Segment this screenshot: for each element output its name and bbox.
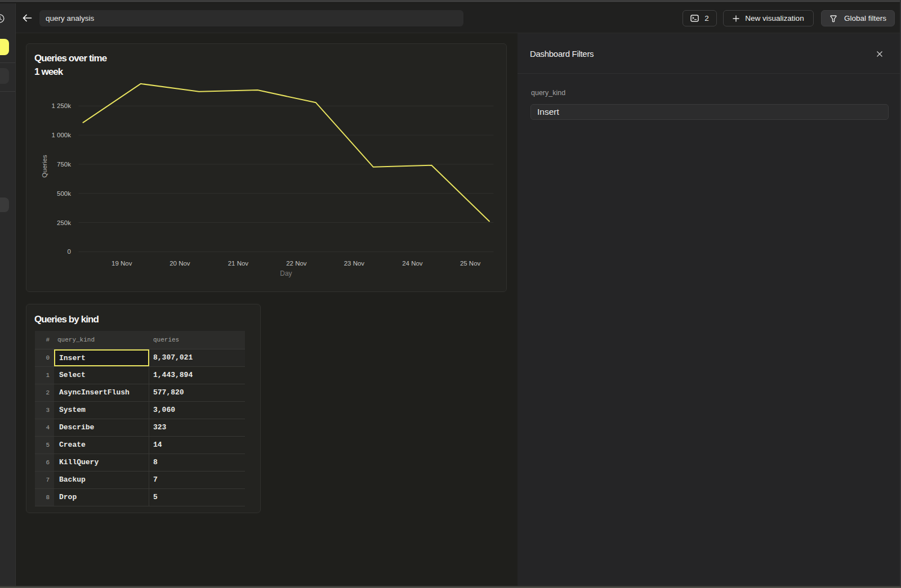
svg-text:500k: 500k [57,190,71,197]
svg-text:25 Nov: 25 Nov [460,260,481,267]
svg-text:Queries: Queries [41,155,48,178]
svg-text:21 Nov: 21 Nov [228,260,249,267]
svg-text:22 Nov: 22 Nov [286,260,307,267]
svg-text:19 Nov: 19 Nov [111,260,132,267]
svg-text:23 Nov: 23 Nov [344,260,365,267]
svg-text:750k: 750k [57,161,71,168]
svg-text:20 Nov: 20 Nov [170,260,190,267]
svg-text:24 Nov: 24 Nov [402,260,423,267]
svg-text:250k: 250k [57,219,71,226]
svg-text:1 250k: 1 250k [51,102,71,109]
svg-text:0: 0 [68,248,71,255]
svg-text:1 000k: 1 000k [51,132,71,138]
svg-text:Day: Day [280,270,292,277]
